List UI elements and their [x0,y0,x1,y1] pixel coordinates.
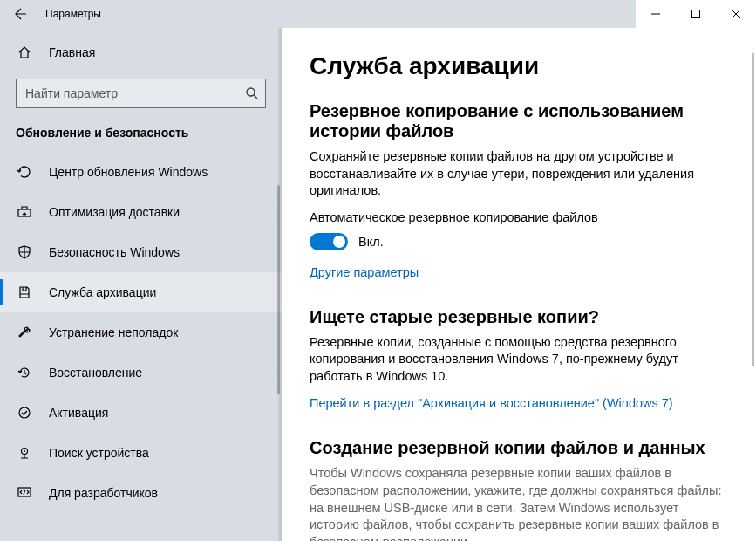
toggle-state-text: Вкл. [358,235,384,249]
page-title: Служба архивации [310,52,728,80]
close-button[interactable] [716,0,756,28]
nav-item-delivery-optimization[interactable]: Оптимизация доставки [0,192,282,232]
location-icon [16,445,33,461]
nav-label: Центр обновления Windows [49,165,208,179]
minimize-button[interactable] [636,0,676,28]
category-heading: Обновление и безопасность [0,108,282,152]
nav-item-recovery[interactable]: Восстановление [0,353,282,393]
home-icon [16,45,33,59]
back-arrow-icon [14,7,28,21]
toggle-knob [333,236,345,248]
nav-item-windows-update[interactable]: Центр обновления Windows [0,152,282,192]
section-file-history: Резервное копирование с использованием и… [310,101,728,298]
nav-label: Служба архивации [49,285,156,299]
home-button[interactable]: Главная [0,35,282,70]
close-icon [732,10,740,18]
section-desc: Чтобы Windows сохраняла резервные копии … [310,465,728,541]
backup-icon [16,284,33,300]
nav-label: Безопасность Windows [49,245,180,259]
section-heading: Создание резервной копии файлов и данных [310,438,728,458]
wrench-icon [16,325,33,340]
nav-label: Оптимизация доставки [49,205,180,219]
recovery-icon [16,365,33,380]
section-heading: Резервное копирование с использованием и… [310,101,728,141]
search-box[interactable] [16,79,266,108]
sidebar-scrollbar[interactable] [277,185,280,394]
section-heading: Ищете старые резервные копии? [310,307,728,327]
nav-label: Для разработчиков [49,486,158,500]
section-backup-files: Создание резервной копии файлов и данных… [310,438,728,541]
nav-item-backup[interactable]: Служба архивации [0,272,282,312]
nav-label: Восстановление [49,366,142,380]
win7-backup-link[interactable]: Перейти в раздел "Архивация и восстановл… [310,396,673,410]
sidebar: Главная Обновление и безопасность Центр … [0,28,282,541]
search-input[interactable] [16,79,266,108]
back-button[interactable] [0,0,42,28]
nav-label: Устранение неполадок [49,325,178,339]
delivery-icon [16,204,33,220]
nav-item-activation[interactable]: Активация [0,393,282,433]
section-old-backups: Ищете старые резервные копии? Резервные … [310,307,728,430]
home-label: Главная [49,45,95,59]
main-scrollbar[interactable] [752,52,754,366]
svg-rect-0 [692,10,700,18]
nav-item-developers[interactable]: Для разработчиков [0,473,282,513]
nav-item-windows-security[interactable]: Безопасность Windows [0,232,282,272]
svg-point-5 [24,450,25,452]
svg-point-1 [247,88,255,96]
minimize-icon [651,10,660,18]
main-content: Служба архивации Резервное копирование с… [282,28,756,541]
key-icon [16,405,33,421]
more-options-link[interactable]: Другие параметры [310,265,419,279]
nav-list: Центр обновления Windows Оптимизация дос… [0,152,282,541]
nav-item-find-device[interactable]: Поиск устройства [0,433,282,473]
titlebar: Параметры [0,0,756,28]
section-desc: Сохраняйте резервные копии файлов на дру… [310,148,728,200]
shield-icon [16,244,33,260]
window-title: Параметры [42,8,101,20]
auto-backup-toggle[interactable] [310,233,348,250]
section-desc: Резервные копии, созданные с помощью сре… [310,334,728,386]
toggle-label: Автоматическое резервное копирование фай… [310,210,728,224]
maximize-button[interactable] [676,0,716,28]
nav-item-troubleshoot[interactable]: Устранение неполадок [0,312,282,353]
search-icon [245,86,259,100]
maximize-icon [691,10,700,18]
nav-label: Активация [49,406,108,420]
svg-point-3 [19,407,30,418]
window-controls [636,0,756,28]
developer-icon [16,485,33,501]
nav-label: Поиск устройства [49,446,149,460]
refresh-icon [16,164,33,180]
